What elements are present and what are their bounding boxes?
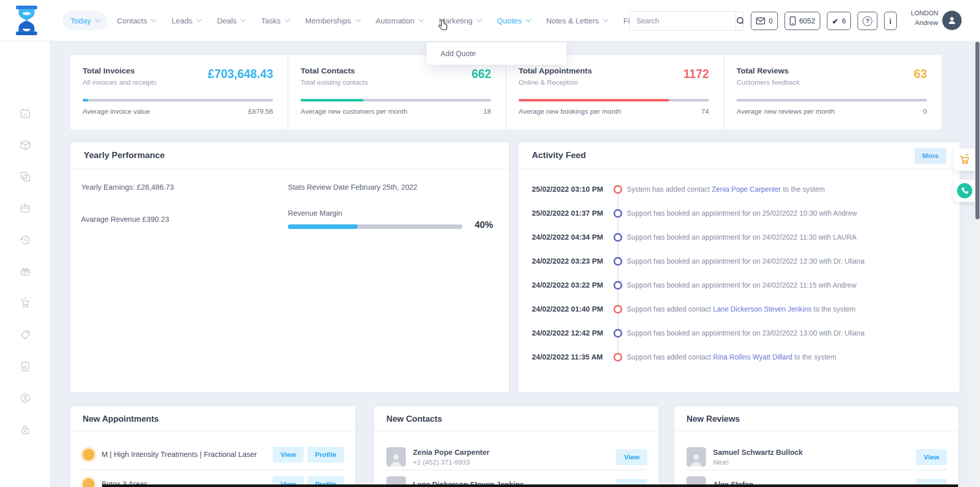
nav-item-quotes[interactable]: Quotes (491, 12, 536, 30)
stat-subtitle: All invoices and receipts (83, 79, 157, 86)
scrollbar-thumb[interactable] (975, 42, 979, 219)
svg-text:12: 12 (23, 112, 27, 116)
nav-item-memberships[interactable]: Memberships (299, 12, 366, 30)
mouse-cursor-icon (438, 19, 448, 31)
stat-subtitle: Customers feedback (737, 79, 800, 86)
user-avatar[interactable] (942, 11, 962, 30)
tasks-count: 6 (842, 17, 846, 25)
nav-item-notes-letters[interactable]: Notes & Letters (540, 12, 614, 30)
stat-footer-label: Average invoice value (83, 108, 150, 115)
view-button[interactable]: View (273, 447, 304, 463)
timeline-marker-icon (614, 281, 622, 290)
feed-time: 24/02/2022 04:34 PM (532, 233, 608, 241)
revenue-margin-track (288, 224, 462, 229)
new-contacts-panel: New Contacts Zenia Pope Carpenter +1 (45… (374, 406, 658, 487)
quotes-dropdown-menu: Add Quote (427, 42, 567, 65)
search-button[interactable] (736, 12, 744, 30)
chevron-down-icon (95, 16, 101, 22)
nav-item-tasks[interactable]: Tasks (254, 12, 295, 30)
sidebar-report-icon[interactable] (15, 356, 35, 376)
appointment-avatar (83, 449, 94, 460)
row-divider (386, 470, 646, 470)
scrollbar-track[interactable] (975, 41, 980, 487)
contact-link[interactable]: Rina Rollins Wyatt Dillard (713, 353, 793, 361)
contact-link[interactable]: Zenia Pope Carpenter (712, 186, 781, 193)
app-logo-hourglass-icon (14, 6, 39, 35)
chevron-down-icon (603, 16, 608, 22)
stat-footer-label: Average new customers per month (301, 108, 407, 115)
branch-location: LONDON (899, 9, 938, 18)
sidebar-gift-icon[interactable] (15, 262, 35, 281)
feed-item: 24/02/2022 01:40 PM Support has added co… (532, 303, 951, 315)
nav-item-contacts[interactable]: Contacts (110, 12, 162, 30)
sidebar-lock-icon[interactable] (15, 420, 35, 439)
chevron-down-icon (526, 16, 531, 22)
stat-footer-value: 74 (701, 108, 709, 115)
search-input[interactable] (630, 12, 736, 30)
nav-item-leads[interactable]: Leads (165, 12, 207, 30)
feed-time: 24/02/2022 12:42 PM (532, 329, 608, 337)
contact-row: Zenia Pope Carpenter +1 (452) 371-9933 V… (386, 447, 647, 467)
panel-title: New Appointments (83, 414, 159, 424)
info-button[interactable]: i (884, 12, 896, 30)
chevron-down-icon (355, 16, 361, 22)
contact-name: Zenia Pope Carpenter (413, 448, 616, 456)
search-icon (736, 16, 744, 25)
contact-avatar (386, 447, 406, 467)
cart-floating-button[interactable] (953, 148, 976, 171)
appointment-row: M | High Intensity Treatments | Fraction… (83, 447, 344, 462)
cart-icon (959, 153, 971, 166)
new-reviews-panel: New Reviews Samuel Schwartz Bullock Nice… (674, 406, 958, 487)
revenue-margin-fill (288, 224, 358, 229)
nav-item-automation[interactable]: Automation (369, 12, 429, 30)
profile-button[interactable]: Profile (307, 447, 344, 463)
progress-fill (83, 99, 88, 101)
sidebar-calendar-icon[interactable]: 12 (15, 104, 35, 123)
stats-review-date: Stats Review Date February 25th, 2022 (288, 183, 418, 191)
sidebar-booking-icon[interactable] (15, 198, 35, 218)
stat-footer-value: 18 (483, 108, 491, 115)
progress-track (737, 99, 927, 101)
whatsapp-floating-button[interactable] (953, 180, 976, 202)
stat-subtitle: Total existing contacts (301, 79, 368, 86)
yearly-earnings: Yearly Earnings: £28,486.73 (81, 183, 174, 191)
timeline-marker-icon (614, 329, 622, 338)
user-location-block: LONDON Andrew (899, 9, 938, 28)
progress-track (83, 99, 273, 101)
view-button[interactable]: View (616, 449, 647, 465)
chevron-down-icon (418, 16, 424, 22)
stat-value: 1172 (683, 67, 709, 81)
sidebar-package-icon[interactable] (15, 135, 35, 155)
tasks-badge-button[interactable]: ✔ 6 (827, 12, 851, 30)
stat-cards-row: Total Invoices All invoices and receipts… (70, 55, 941, 130)
feed-item: 24/02/2022 04:34 PM Support has booked a… (532, 232, 951, 243)
nav-item-deals[interactable]: Deals (210, 12, 251, 30)
sidebar-history-icon[interactable] (15, 230, 35, 249)
stat-footer-value: £879.56 (248, 108, 273, 115)
stat-card-reviews: Total Reviews Customers feedback 63 Aver… (724, 55, 941, 130)
sidebar-tag-icon[interactable] (15, 325, 35, 344)
person-icon (388, 451, 404, 467)
top-navbar: Today Contacts Leads Deals Tasks Members… (0, 0, 980, 41)
sidebar-cart-icon[interactable] (15, 293, 35, 313)
stat-card-invoices: Total Invoices All invoices and receipts… (70, 55, 287, 130)
mail-badge-button[interactable]: 0 (751, 12, 778, 30)
contact-link[interactable]: Lane Dickerson Steven Jenkins (713, 305, 812, 313)
checkmark-icon: ✔ (832, 17, 839, 25)
timeline-marker-icon (614, 209, 622, 218)
reviewer-avatar (687, 447, 706, 467)
view-button[interactable]: View (916, 449, 947, 465)
nav-item-today[interactable]: Today (62, 11, 107, 30)
timeline-marker-icon (614, 257, 622, 266)
row-divider (687, 470, 946, 470)
calls-badge-button[interactable]: 6052 (785, 12, 820, 30)
more-button[interactable]: More (915, 148, 946, 164)
help-button[interactable]: ? (857, 12, 877, 30)
stat-title: Total Appointments (519, 66, 592, 75)
review-comment: Nice! (713, 458, 916, 466)
timeline-marker-icon (614, 353, 622, 362)
sidebar-pages-icon[interactable] (15, 167, 35, 186)
sidebar-account-icon[interactable] (15, 388, 35, 407)
info-icon: i (889, 17, 891, 25)
menu-item-add-quote[interactable]: Add Quote (440, 49, 476, 58)
